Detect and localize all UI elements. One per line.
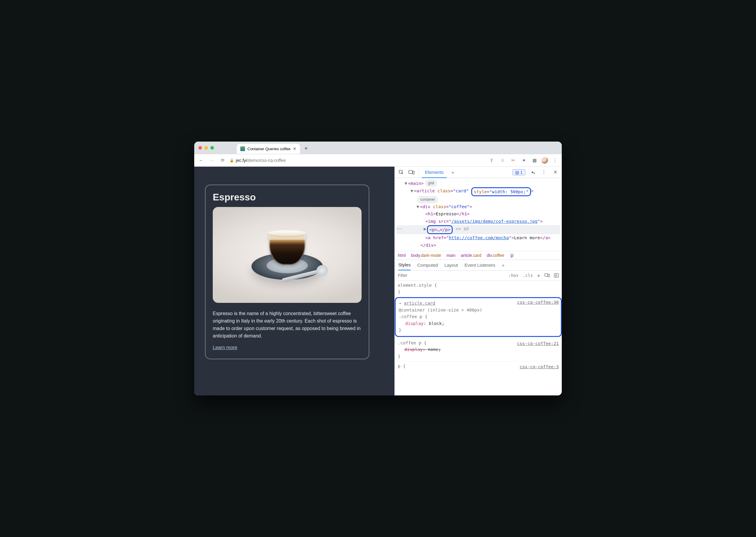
- svg-rect-4: [548, 274, 550, 277]
- rendered-page: Espresso Espresso is the name of a highl…: [194, 167, 394, 395]
- profile-avatar[interactable]: [542, 157, 548, 164]
- toolbar: ← → ⟳ 🔒 jec.fyi /demo/css-cq-coffee ⇪ ☆ …: [194, 154, 562, 167]
- crumb-div[interactable]: div.coffee: [487, 253, 505, 258]
- minimize-window-button[interactable]: [204, 146, 208, 150]
- close-tab-button[interactable]: ✕: [293, 146, 296, 151]
- close-devtools-button[interactable]: ✕: [551, 168, 559, 177]
- dom-tree[interactable]: ▼<main>grid ▼<article class="card" style…: [395, 178, 562, 251]
- crumb-html[interactable]: html: [398, 253, 406, 258]
- window-controls: [197, 142, 235, 154]
- issues-count: 1: [520, 170, 523, 175]
- chat-icon: ▤: [515, 170, 519, 175]
- svg-rect-2: [413, 171, 414, 174]
- new-rule-button[interactable]: +: [537, 272, 540, 279]
- devtools-tabbar: Elements » ▤ 1 ⋮ ✕: [395, 167, 562, 178]
- back-button[interactable]: ←: [197, 156, 205, 164]
- tree-img-src[interactable]: /assets/img/demo/cof-espresso.jpg: [452, 218, 538, 225]
- cls-toggle[interactable]: .cls: [523, 273, 533, 278]
- inspect-element-button[interactable]: [397, 168, 406, 177]
- toggle-sidebar-icon[interactable]: [554, 273, 559, 277]
- hov-toggle[interactable]: :hov: [509, 273, 519, 278]
- eq0-label: == $0: [455, 225, 468, 233]
- browser-menu-button[interactable]: ⋮: [551, 156, 559, 164]
- tree-h1[interactable]: <h1>: [425, 210, 436, 218]
- subtabs-overflow[interactable]: »: [502, 260, 505, 270]
- highlight-container-rule: css-cq-coffee:30 → article.card @contain…: [395, 297, 562, 337]
- tree-div-close[interactable]: </div>: [421, 242, 436, 249]
- content-row: Espresso Espresso is the name of a highl…: [194, 167, 562, 395]
- svg-rect-3: [545, 273, 548, 276]
- tabs-overflow-button[interactable]: ⌄: [551, 142, 559, 154]
- styles-tab[interactable]: Styles: [398, 260, 411, 270]
- rule-element-style[interactable]: element.style { }: [395, 281, 562, 298]
- at-container-text: @container (inline-size > 400px): [399, 307, 558, 313]
- tab-title: Container Queries coffee: [247, 146, 290, 151]
- device-styles-icon[interactable]: [545, 273, 550, 277]
- styles-filter-bar: :hov .cls +: [395, 270, 562, 281]
- rule-source-30[interactable]: css-cq-coffee:30: [517, 299, 559, 306]
- svg-rect-1: [409, 171, 412, 174]
- tab-switcher-button[interactable]: ▦: [531, 156, 538, 164]
- browser-tab[interactable]: Container Queries coffee ✕: [237, 144, 300, 154]
- tree-div-coffee[interactable]: <div: [420, 203, 433, 211]
- url-path: /demo/css-cq-coffee: [247, 158, 286, 163]
- coffee-image: [213, 207, 362, 303]
- crumb-body[interactable]: body.dark-mode: [411, 253, 441, 258]
- devtools-panel: Elements » ▤ 1 ⋮ ✕ ▼<main>grid ▼<ar: [394, 167, 562, 395]
- crumb-p[interactable]: p: [510, 253, 514, 258]
- browser-window: Container Queries coffee ✕ + ⌄ ← → ⟳ 🔒 j…: [194, 142, 562, 395]
- layout-tab[interactable]: Layout: [444, 260, 458, 270]
- extensions-button[interactable]: ✦: [520, 156, 528, 164]
- address-bar[interactable]: 🔒 jec.fyi /demo/css-cq-coffee: [230, 158, 286, 163]
- tab-strip: Container Queries coffee ✕ + ⌄: [194, 142, 562, 154]
- page-heading: Espresso: [213, 192, 362, 203]
- cup-shape: [269, 232, 305, 265]
- style-rules[interactable]: element.style { } css-cq-coffee:30 → art…: [395, 281, 562, 395]
- grid-badge[interactable]: grid: [425, 180, 437, 186]
- learn-more-link[interactable]: Learn more: [213, 345, 237, 350]
- fullscreen-window-button[interactable]: [210, 146, 214, 150]
- tree-anchor[interactable]: <a href=": [425, 234, 449, 242]
- page-paragraph: Espresso is the name of a highly concent…: [213, 310, 362, 340]
- crumb-main[interactable]: main: [446, 253, 455, 258]
- scissors-icon[interactable]: ✂: [509, 156, 517, 164]
- rule-source-3[interactable]: css-cq-coffee:3: [520, 363, 559, 370]
- issues-badge[interactable]: ▤ 1: [512, 169, 525, 175]
- devtools-menu-button[interactable]: ⋮: [540, 168, 548, 177]
- new-tab-button[interactable]: +: [302, 144, 310, 153]
- tree-anchor-href[interactable]: http://coffee.com/mocha: [449, 234, 509, 242]
- rule-p[interactable]: css-cq-coffee:3 p {: [395, 362, 562, 371]
- highlight-p-node: <p>…</p>: [427, 225, 453, 234]
- tree-img[interactable]: <img src=": [425, 218, 451, 225]
- forward-button[interactable]: →: [208, 156, 216, 164]
- device-toolbar-button[interactable]: [407, 168, 416, 177]
- event-listeners-tab[interactable]: Event Listeners: [465, 260, 495, 270]
- reload-button[interactable]: ⟳: [219, 156, 227, 164]
- styles-filter-input[interactable]: [398, 273, 504, 278]
- tabs-overflow[interactable]: »: [449, 167, 457, 178]
- article-card: Espresso Espresso is the name of a highl…: [205, 185, 369, 359]
- settings-button[interactable]: [528, 168, 537, 177]
- url-host: jec.fyi: [236, 158, 247, 163]
- rule-container-query[interactable]: css-cq-coffee:30 → article.card @contain…: [395, 297, 562, 338]
- bookmark-button[interactable]: ☆: [498, 156, 506, 164]
- styles-subtabs: Styles Computed Layout Event Listeners »: [395, 260, 562, 270]
- tree-article[interactable]: <article: [414, 187, 437, 195]
- close-window-button[interactable]: [199, 146, 202, 150]
- elements-tab[interactable]: Elements: [422, 167, 447, 178]
- computed-tab[interactable]: Computed: [417, 260, 438, 270]
- container-origin-link[interactable]: article.card: [404, 301, 435, 306]
- crumb-article[interactable]: article.card: [461, 253, 481, 258]
- favicon-icon: [240, 146, 245, 151]
- rule-coffee-p[interactable]: css-cq-coffee:21 .coffee p { display: no…: [395, 338, 562, 362]
- lock-icon: 🔒: [230, 158, 234, 162]
- highlight-style-attr: style="width: 500px;": [471, 187, 531, 196]
- rule-source-21[interactable]: css-cq-coffee:21: [517, 340, 559, 347]
- container-badge[interactable]: container: [418, 196, 437, 203]
- dom-breadcrumb[interactable]: html body.dark-mode main article.card di…: [395, 251, 562, 260]
- tree-main[interactable]: <main>: [408, 180, 423, 187]
- share-button[interactable]: ⇪: [488, 156, 495, 164]
- tree-selected-row[interactable]: ▶<p>…</p> == $0: [396, 225, 560, 234]
